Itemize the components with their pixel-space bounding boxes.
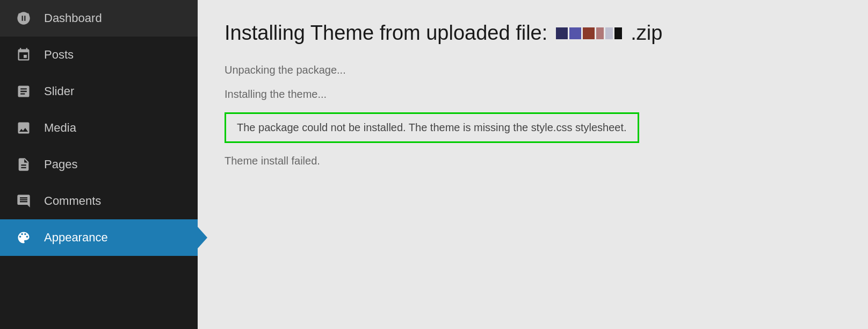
sidebar-item-appearance[interactable]: Appearance bbox=[0, 219, 198, 256]
error-box: The package could not be installed. The … bbox=[225, 112, 639, 143]
error-message: The package could not be installed. The … bbox=[237, 121, 627, 134]
pages-icon bbox=[15, 156, 32, 173]
comments-icon bbox=[15, 192, 32, 210]
block-6 bbox=[614, 27, 622, 39]
block-4 bbox=[596, 27, 604, 39]
svg-point-0 bbox=[23, 13, 25, 16]
main-content: Installing Theme from uploaded file: .zi… bbox=[198, 0, 868, 329]
sidebar-item-comments-label: Comments bbox=[44, 194, 101, 208]
step-unpacking: Unpacking the package... bbox=[225, 64, 841, 76]
title-prefix: Installing Theme from uploaded file: bbox=[225, 22, 547, 45]
title-suffix: .zip bbox=[631, 22, 662, 45]
step-installing: Installing the theme... bbox=[225, 88, 841, 101]
fail-message: Theme install failed. bbox=[225, 155, 841, 167]
filename-blocks bbox=[556, 27, 622, 39]
media-icon bbox=[15, 119, 32, 137]
posts-icon bbox=[15, 46, 32, 63]
sidebar-item-slider-label: Slider bbox=[44, 84, 74, 98]
sidebar-item-dashboard[interactable]: Dashboard bbox=[0, 0, 198, 37]
page-title: Installing Theme from uploaded file: .zi… bbox=[225, 22, 841, 45]
sidebar-item-appearance-label: Appearance bbox=[44, 231, 108, 245]
sidebar-item-media[interactable]: Media bbox=[0, 110, 198, 146]
sidebar-item-dashboard-label: Dashboard bbox=[44, 11, 102, 25]
sidebar: Dashboard Posts Slider Media Pages Comme… bbox=[0, 0, 198, 329]
slider-icon bbox=[15, 83, 32, 100]
block-2 bbox=[569, 27, 581, 39]
sidebar-item-slider[interactable]: Slider bbox=[0, 73, 198, 110]
sidebar-item-posts-label: Posts bbox=[44, 48, 74, 62]
dashboard-icon bbox=[15, 10, 32, 27]
block-5 bbox=[605, 27, 613, 39]
sidebar-item-pages-label: Pages bbox=[44, 158, 77, 171]
sidebar-item-comments[interactable]: Comments bbox=[0, 183, 198, 219]
sidebar-item-pages[interactable]: Pages bbox=[0, 146, 198, 183]
block-3 bbox=[583, 27, 595, 39]
appearance-icon bbox=[15, 229, 32, 246]
block-1 bbox=[556, 27, 568, 39]
sidebar-item-posts[interactable]: Posts bbox=[0, 37, 198, 73]
sidebar-item-media-label: Media bbox=[44, 121, 76, 135]
